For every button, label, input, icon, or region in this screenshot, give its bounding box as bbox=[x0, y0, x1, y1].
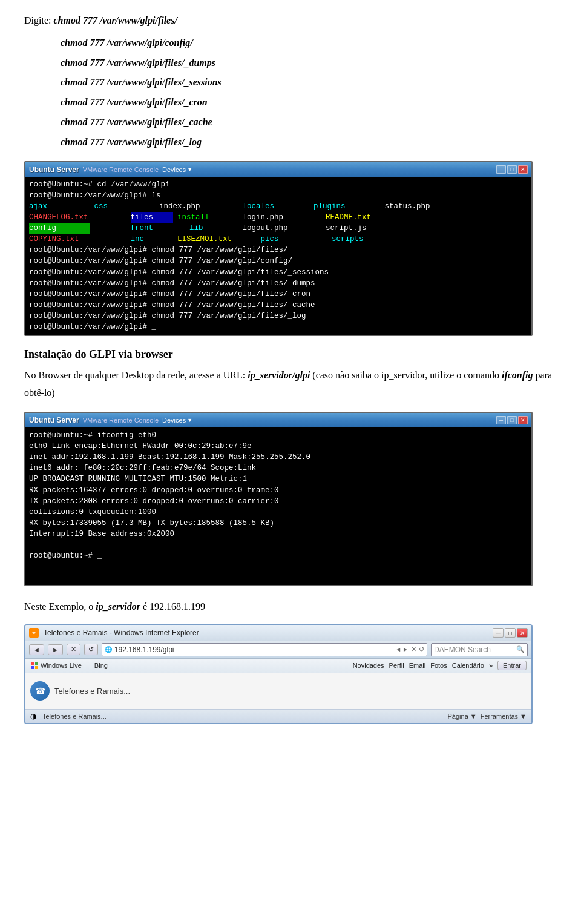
ie-title-text: Telefones e Ramais - Windows Internet Ex… bbox=[44, 629, 199, 637]
terminal-menu-2[interactable]: Devices ▼ bbox=[162, 417, 192, 424]
url-italic: ip_servidor/glpi bbox=[248, 370, 310, 380]
bookmark-right-menu: Novidades Perfil Email Fotos Calendário … bbox=[353, 661, 527, 670]
stop-button[interactable]: ✕ bbox=[67, 644, 80, 655]
terminal-line: root@Ubuntu:/var/www/glpi# ls bbox=[29, 190, 528, 201]
terminal-line: root@Ubuntu:/var/www/glpi# chmod 777 /va… bbox=[29, 267, 528, 278]
minimize-button-2[interactable]: ─ bbox=[496, 416, 506, 424]
terminal-line: root@Ubuntu:/var/www/glpi# chmod 777 /va… bbox=[29, 300, 528, 311]
terminal-line: COPYING.txt inc LISEZMOI.txt pics script… bbox=[29, 234, 528, 245]
section2-heading: Instalação do GLPI via browser bbox=[24, 348, 557, 361]
address-text: 192.168.1.199/glpi bbox=[114, 645, 393, 654]
ie-favicon bbox=[29, 628, 39, 638]
page-icon: ☎ bbox=[30, 681, 50, 701]
bookmark-bing[interactable]: Bing bbox=[94, 662, 108, 669]
search-text: DAEMON Search bbox=[434, 645, 515, 654]
ie-bookmarks-bar: Windows Live Bing Novidades Perfil Email… bbox=[25, 659, 531, 673]
terminal-titlebar-1: Ubuntu Server VMware Remote Console Devi… bbox=[25, 162, 531, 177]
menu-calendario[interactable]: Calendário bbox=[452, 662, 484, 669]
titlebar-left-2: Ubuntu Server VMware Remote Console Devi… bbox=[29, 416, 493, 424]
terminal-line: root@ubuntu:~# ifconfig eth0 bbox=[29, 430, 528, 441]
search-bar[interactable]: DAEMON Search 🔍 bbox=[431, 643, 528, 656]
section3-italic: ip_servidor bbox=[96, 601, 140, 612]
cmd2: chmod 777 /var/www/glpi/files/_dumps bbox=[61, 58, 215, 68]
close-button-1[interactable]: ✕ bbox=[518, 165, 528, 174]
menu-perfil[interactable]: Perfil bbox=[389, 662, 404, 669]
address-arrows: ◄ ► bbox=[395, 646, 409, 653]
section2-after-url: (caso não saiba o ip_servidor, utilize o… bbox=[310, 370, 502, 380]
entrar-button[interactable]: Entrar bbox=[497, 661, 527, 670]
terminal-line: UP BROADCAST RUNNING MULTICAST MTU:1500 … bbox=[29, 474, 528, 484]
forward-button[interactable]: ► bbox=[48, 644, 63, 655]
terminal-menu-1[interactable]: Devices ▼ bbox=[162, 166, 192, 173]
ie-content-area: ☎ Telefones e Ramais... bbox=[25, 673, 531, 710]
address-bar[interactable]: 🌐 192.168.1.199/glpi ◄ ► ✕ ↺ bbox=[102, 643, 427, 656]
menu-arrow-2: ▼ bbox=[187, 417, 192, 423]
terminal-line: ajax css index.php locales plugins statu… bbox=[29, 201, 528, 212]
back-button[interactable]: ◄ bbox=[29, 644, 44, 655]
terminal-line: eth0 Link encap:Ethernet HWaddr 00:0c:29… bbox=[29, 441, 528, 452]
ferramentas-button[interactable]: Ferramentas ▼ bbox=[481, 713, 527, 720]
terminal-line: root@Ubuntu:~# cd /var/www/glpi bbox=[29, 179, 528, 190]
restore-button-2[interactable]: □ bbox=[507, 416, 517, 424]
terminal-line: config front lib logout.php script.js bbox=[29, 223, 528, 234]
commands-block: chmod 777 /var/www/glpi/config/ chmod 77… bbox=[61, 35, 557, 151]
close-button-2[interactable]: ✕ bbox=[518, 416, 528, 424]
terminal-window-1: Ubuntu Server VMware Remote Console Devi… bbox=[24, 161, 533, 337]
refresh-button[interactable]: ↺ bbox=[84, 644, 98, 655]
cmd6: chmod 777 /var/www/glpi/files/_log bbox=[61, 137, 202, 147]
terminal-line: inet6 addr: fe80::20c:29ff:feab:e79e/64 … bbox=[29, 463, 528, 474]
titlebar-controls-2: ─ □ ✕ bbox=[496, 416, 528, 424]
windows-live-icon bbox=[30, 661, 39, 670]
titlebar-left-1: Ubuntu Server VMware Remote Console Devi… bbox=[29, 165, 493, 174]
address-go-back: ◄ bbox=[395, 646, 401, 653]
restore-button-1[interactable]: □ bbox=[507, 165, 517, 174]
terminal-line: RX packets:164377 errors:0 dropped:0 ove… bbox=[29, 485, 528, 496]
section3-after: é 192.168.1.199 bbox=[140, 601, 205, 612]
section2-text-before: No Browser de qualquer Desktop da rede, … bbox=[24, 370, 248, 380]
ie-title-left: Telefones e Ramais - Windows Internet Ex… bbox=[29, 628, 199, 638]
terminal-window-2: Ubuntu Server VMware Remote Console Devi… bbox=[24, 412, 533, 586]
address-refresh[interactable]: ↺ bbox=[419, 645, 424, 653]
terminal-line: collisions:0 txqueuelen:1000 bbox=[29, 507, 528, 518]
terminal-line: CHANGELOG.txt files install login.php RE… bbox=[29, 212, 528, 223]
ie-statusbar: ◑ Telefones e Ramais... Página ▼ Ferrame… bbox=[25, 710, 531, 723]
ie-titlebar: Telefones e Ramais - Windows Internet Ex… bbox=[25, 625, 531, 641]
menu-more[interactable]: » bbox=[489, 662, 493, 669]
menu-novidades[interactable]: Novidades bbox=[353, 662, 384, 669]
address-go-fwd: ► bbox=[402, 646, 409, 653]
pagina-button[interactable]: Página ▼ bbox=[448, 713, 477, 720]
status-text: Telefones e Ramais... bbox=[42, 713, 107, 720]
cmd4: chmod 777 /var/www/glpi/files/_cron bbox=[61, 97, 208, 107]
ie-close-button[interactable]: ✕ bbox=[517, 628, 528, 638]
terminal-titlebar-2: Ubuntu Server VMware Remote Console Devi… bbox=[25, 413, 531, 427]
ie-navbar: ◄ ► ✕ ↺ 🌐 192.168.1.199/glpi ◄ ► ✕ ↺ DAE… bbox=[25, 641, 531, 659]
terminal-line: RX bytes:17339055 (17.3 MB) TX bytes:185… bbox=[29, 518, 528, 529]
terminal-line: Interrupt:19 Base address:0x2000 bbox=[29, 529, 528, 540]
terminal-line: root@Ubuntu:/var/www/glpi# _ bbox=[29, 322, 528, 332]
ie-controls: ─ □ ✕ bbox=[493, 628, 528, 638]
terminal-line: root@Ubuntu:/var/www/glpi# chmod 777 /va… bbox=[29, 256, 528, 266]
terminal-separator-2: VMware Remote Console bbox=[83, 417, 159, 424]
address-x[interactable]: ✕ bbox=[411, 645, 416, 653]
status-right: Página ▼ Ferramentas ▼ bbox=[448, 713, 527, 720]
terminal-line: root@Ubuntu:/var/www/glpi# chmod 777 /va… bbox=[29, 311, 528, 322]
ie-minimize-button[interactable]: ─ bbox=[493, 628, 504, 638]
minimize-button-1[interactable]: ─ bbox=[496, 165, 506, 174]
main-content: Digite: chmod 777 /var/www/glpi/files/ c… bbox=[24, 12, 557, 724]
address-icon: 🌐 bbox=[105, 646, 112, 653]
svg-rect-2 bbox=[35, 662, 38, 665]
menu-email[interactable]: Email bbox=[409, 662, 426, 669]
ie-restore-button[interactable]: □ bbox=[505, 628, 516, 638]
cmd-italic: ifconfig bbox=[502, 370, 533, 380]
svg-rect-4 bbox=[35, 666, 38, 669]
status-icon: ◑ bbox=[30, 712, 36, 721]
terminal-app-name-1: Ubuntu Server bbox=[29, 165, 79, 174]
terminal-line: root@Ubuntu:/var/www/glpi# chmod 777 /va… bbox=[29, 278, 528, 289]
terminal-line: root@Ubuntu:/var/www/glpi# chmod 777 /va… bbox=[29, 245, 528, 256]
bookmark-windows-live[interactable]: Windows Live bbox=[30, 661, 82, 670]
search-icon[interactable]: 🔍 bbox=[516, 645, 525, 653]
terminal-separator-1: VMware Remote Console bbox=[83, 166, 159, 173]
bookmark-separator bbox=[88, 661, 88, 670]
menu-fotos[interactable]: Fotos bbox=[430, 662, 447, 669]
terminal-body-1: root@Ubuntu:~# cd /var/www/glpi root@Ubu… bbox=[25, 177, 531, 335]
